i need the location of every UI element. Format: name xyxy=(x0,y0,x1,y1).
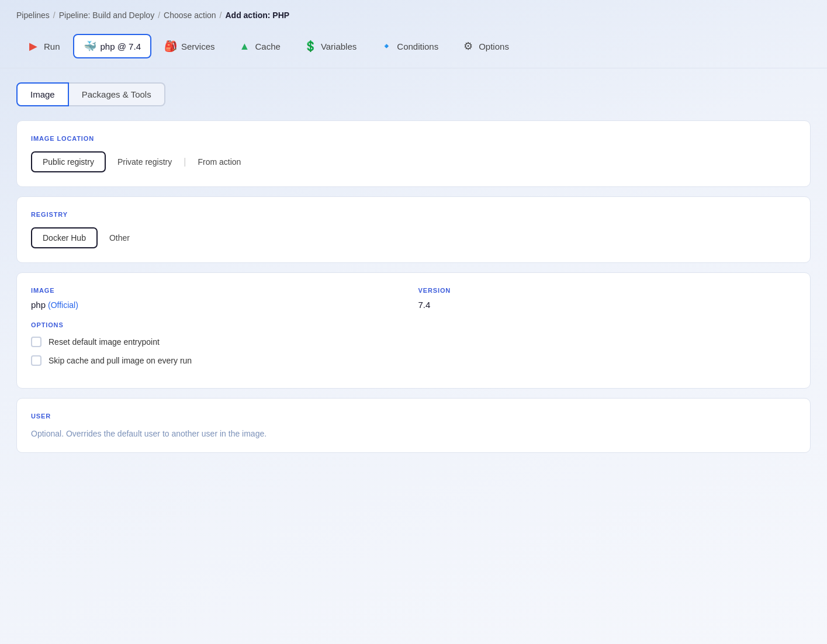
breadcrumb-sep-2: / xyxy=(158,11,160,20)
breadcrumb-pipeline-build[interactable]: Pipeline: Build and Deploy xyxy=(59,11,154,20)
checkbox-skip-cache-input[interactable] xyxy=(31,355,41,366)
tab-run-label: Run xyxy=(44,41,60,51)
version-col: VERSION 7.4 xyxy=(418,287,797,310)
option-docker-hub[interactable]: Docker Hub xyxy=(31,227,98,248)
tab-options[interactable]: ⚙ Options xyxy=(451,34,520,58)
image-name: php xyxy=(31,300,46,310)
tab-services[interactable]: 🎒 Services xyxy=(154,34,226,58)
tab-php[interactable]: 🐳 php @ 7.4 xyxy=(73,34,151,58)
breadcrumb-sep-1: / xyxy=(53,11,56,20)
php-icon: 🐳 xyxy=(84,40,96,53)
breadcrumb-choose-action[interactable]: Choose action xyxy=(164,11,216,20)
breadcrumb-sep-3: / xyxy=(220,11,222,20)
tab-php-label: php @ 7.4 xyxy=(101,41,141,51)
image-version-row: IMAGE php(Official) VERSION 7.4 xyxy=(31,287,796,310)
user-panel: USER Optional. Overrides the default use… xyxy=(16,398,811,453)
image-col: IMAGE php(Official) xyxy=(31,287,409,310)
checkbox-reset-entrypoint-label[interactable]: Reset default image entrypoint xyxy=(49,337,160,347)
user-panel-label: USER xyxy=(31,413,796,420)
image-official: (Official) xyxy=(48,300,78,310)
services-icon: 🎒 xyxy=(164,40,177,53)
registry-options: Docker Hub Other xyxy=(31,227,796,248)
tab-variables[interactable]: 💲 Variables xyxy=(293,34,367,58)
tab-conditions[interactable]: 🔹 Conditions xyxy=(369,34,449,58)
tab-variables-label: Variables xyxy=(321,41,357,51)
breadcrumb-pipelines[interactable]: Pipelines xyxy=(16,11,50,20)
image-location-label: IMAGE LOCATION xyxy=(31,135,796,142)
option-public-registry[interactable]: Public registry xyxy=(31,151,106,172)
sub-tab-packages[interactable]: Packages & Tools xyxy=(69,82,165,106)
sub-tabs: Image Packages & Tools xyxy=(16,82,811,106)
image-location-panel: IMAGE LOCATION Public registry Private r… xyxy=(16,120,811,187)
user-hint: Optional. Overrides the default user to … xyxy=(31,429,796,438)
option-from-action[interactable]: From action xyxy=(193,155,245,169)
tab-options-label: Options xyxy=(479,41,509,51)
checkbox-skip-cache: Skip cache and pull image on every run xyxy=(31,355,796,366)
conditions-icon: 🔹 xyxy=(380,40,393,53)
image-col-label: IMAGE xyxy=(31,287,409,294)
options-section-label: OPTIONS xyxy=(31,321,796,328)
image-location-options: Public registry Private registry | From … xyxy=(31,151,796,172)
registry-label: REGISTRY xyxy=(31,211,796,218)
tab-services-label: Services xyxy=(181,41,215,51)
tab-conditions-label: Conditions xyxy=(397,41,438,51)
cache-icon: ▲ xyxy=(238,40,251,53)
tab-bar: ▶ Run 🐳 php @ 7.4 🎒 Services ▲ Cache 💲 V… xyxy=(0,28,827,68)
option-other-registry[interactable]: Other xyxy=(105,231,134,245)
options-icon: ⚙ xyxy=(462,40,475,53)
variables-icon: 💲 xyxy=(304,40,317,53)
tab-cache-label: Cache xyxy=(255,41,281,51)
image-panel: IMAGE php(Official) VERSION 7.4 OPTIONS … xyxy=(16,272,811,389)
option-private-registry[interactable]: Private registry xyxy=(113,155,177,169)
registry-panel: REGISTRY Docker Hub Other xyxy=(16,196,811,263)
breadcrumb-current: Add action: PHP xyxy=(225,11,289,20)
main-content: Image Packages & Tools IMAGE LOCATION Pu… xyxy=(0,68,827,476)
checkbox-reset-entrypoint-input[interactable] xyxy=(31,337,41,347)
image-value: php(Official) xyxy=(31,300,409,310)
version-col-label: VERSION xyxy=(418,287,797,294)
tab-run[interactable]: ▶ Run xyxy=(16,34,71,58)
tab-cache[interactable]: ▲ Cache xyxy=(228,34,291,58)
run-icon: ▶ xyxy=(27,40,40,53)
breadcrumb: Pipelines / Pipeline: Build and Deploy /… xyxy=(0,0,827,28)
checkbox-reset-entrypoint: Reset default image entrypoint xyxy=(31,337,796,347)
checkbox-skip-cache-label[interactable]: Skip cache and pull image on every run xyxy=(49,356,192,365)
version-value: 7.4 xyxy=(418,300,797,310)
sub-tab-image[interactable]: Image xyxy=(16,82,69,106)
option-divider-1: | xyxy=(184,157,186,167)
